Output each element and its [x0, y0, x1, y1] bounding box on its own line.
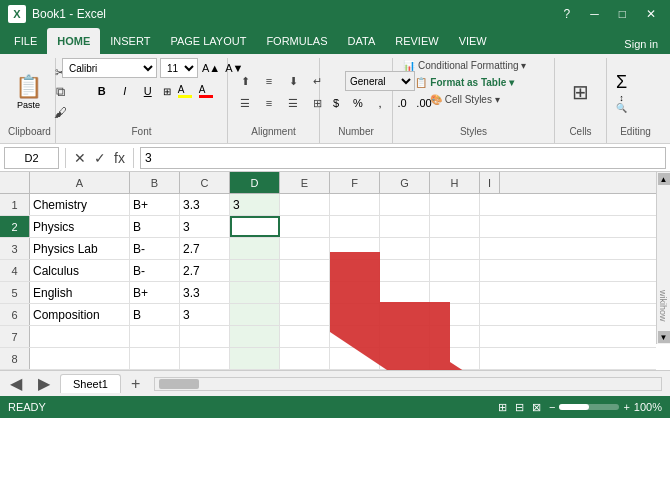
maximize-button[interactable]: □ [613, 5, 632, 23]
cell-b2[interactable]: B [130, 216, 180, 237]
cell-d8[interactable] [230, 348, 280, 369]
cell-g6[interactable] [380, 304, 430, 325]
horizontal-scrollbar[interactable] [154, 377, 662, 391]
cell-a2[interactable]: Physics [30, 216, 130, 237]
tab-view[interactable]: VIEW [449, 28, 497, 54]
scroll-sheets-right[interactable]: ▶ [32, 374, 56, 393]
editing-icon-area[interactable]: Σ ↕ 🔍 [613, 58, 630, 126]
cell-h2[interactable] [430, 216, 480, 237]
row-num-1[interactable]: 1 [0, 194, 30, 215]
col-header-b[interactable]: B [130, 172, 180, 193]
cell-d7[interactable] [230, 326, 280, 347]
cell-e8[interactable] [280, 348, 330, 369]
fill-color-button[interactable]: A [176, 84, 194, 98]
font-name-select[interactable]: Calibri [62, 58, 157, 78]
cell-c1[interactable]: 3.3 [180, 194, 230, 215]
cell-f8[interactable] [330, 348, 380, 369]
scroll-down-button[interactable]: ▼ [658, 331, 670, 343]
cell-f6[interactable] [330, 304, 380, 325]
col-header-g[interactable]: G [380, 172, 430, 193]
align-middle-button[interactable]: ≡ [258, 71, 280, 91]
paste-button[interactable]: 📋 Paste [10, 71, 47, 113]
cell-a5[interactable]: English [30, 282, 130, 303]
cell-b1[interactable]: B+ [130, 194, 180, 215]
bold-button[interactable]: B [92, 81, 112, 101]
cell-g8[interactable] [380, 348, 430, 369]
row-num-8[interactable]: 8 [0, 348, 30, 369]
cell-c7[interactable] [180, 326, 230, 347]
cell-a1[interactable]: Chemistry [30, 194, 130, 215]
cell-a4[interactable]: Calculus [30, 260, 130, 281]
cell-f7[interactable] [330, 326, 380, 347]
tab-home[interactable]: HOME [47, 28, 100, 54]
increase-font-button[interactable]: A▲ [201, 58, 221, 78]
cell-e2[interactable] [280, 216, 330, 237]
cell-h8[interactable] [430, 348, 480, 369]
align-center-button[interactable]: ≡ [258, 93, 280, 113]
col-header-i[interactable]: I [480, 172, 500, 193]
confirm-formula-icon[interactable]: ✓ [92, 148, 108, 168]
cell-e6[interactable] [280, 304, 330, 325]
view-page-break-icon[interactable]: ⊠ [532, 401, 541, 414]
zoom-slider[interactable] [559, 404, 619, 410]
cell-d2[interactable] [230, 216, 280, 237]
row-num-6[interactable]: 6 [0, 304, 30, 325]
col-header-a[interactable]: A [30, 172, 130, 193]
cell-h1[interactable] [430, 194, 480, 215]
help-button[interactable]: ? [558, 5, 577, 23]
percent-button[interactable]: % [348, 93, 368, 113]
cell-h4[interactable] [430, 260, 480, 281]
italic-button[interactable]: I [115, 81, 135, 101]
align-right-button[interactable]: ☰ [282, 93, 304, 113]
cell-c4[interactable]: 2.7 [180, 260, 230, 281]
cell-b7[interactable] [130, 326, 180, 347]
cell-g5[interactable] [380, 282, 430, 303]
scroll-thumb[interactable] [159, 379, 199, 389]
cell-e3[interactable] [280, 238, 330, 259]
tab-formulas[interactable]: FORMULAS [256, 28, 337, 54]
cell-a6[interactable]: Composition [30, 304, 130, 325]
cell-b4[interactable]: B- [130, 260, 180, 281]
cell-e4[interactable] [280, 260, 330, 281]
scroll-up-button[interactable]: ▲ [658, 173, 670, 185]
cell-f4[interactable] [330, 260, 380, 281]
border-button[interactable]: ⊞ [161, 86, 173, 97]
align-top-button[interactable]: ⬆ [234, 71, 256, 91]
tab-insert[interactable]: INSERT [100, 28, 160, 54]
cell-c6[interactable]: 3 [180, 304, 230, 325]
cell-reference-input[interactable] [4, 147, 59, 169]
col-header-h[interactable]: H [430, 172, 480, 193]
cell-a7[interactable] [30, 326, 130, 347]
cell-c2[interactable]: 3 [180, 216, 230, 237]
sign-in-link[interactable]: Sign in [616, 34, 666, 54]
cell-h7[interactable] [430, 326, 480, 347]
close-button[interactable]: ✕ [640, 5, 662, 23]
row-num-3[interactable]: 3 [0, 238, 30, 259]
cell-b3[interactable]: B- [130, 238, 180, 259]
tab-data[interactable]: DATA [338, 28, 386, 54]
scroll-sheets-left[interactable]: ◀ [4, 374, 28, 393]
format-as-table-button[interactable]: 📋 Format as Table ▾ [411, 75, 518, 90]
cell-c5[interactable]: 3.3 [180, 282, 230, 303]
cell-g4[interactable] [380, 260, 430, 281]
cell-g3[interactable] [380, 238, 430, 259]
cell-styles-button[interactable]: 🎨 Cell Styles ▾ [426, 92, 504, 107]
cancel-formula-icon[interactable]: ✕ [72, 148, 88, 168]
cell-e5[interactable] [280, 282, 330, 303]
tab-page-layout[interactable]: PAGE LAYOUT [160, 28, 256, 54]
cell-h5[interactable] [430, 282, 480, 303]
cell-g7[interactable] [380, 326, 430, 347]
align-bottom-button[interactable]: ⬇ [282, 71, 304, 91]
cell-f1[interactable] [330, 194, 380, 215]
row-num-7[interactable]: 7 [0, 326, 30, 347]
cell-h3[interactable] [430, 238, 480, 259]
cell-d5[interactable] [230, 282, 280, 303]
cell-g1[interactable] [380, 194, 430, 215]
cell-e7[interactable] [280, 326, 330, 347]
minimize-button[interactable]: ─ [584, 5, 605, 23]
cell-f3[interactable] [330, 238, 380, 259]
comma-button[interactable]: , [370, 93, 390, 113]
underline-button[interactable]: U [138, 81, 158, 101]
formula-input[interactable] [140, 147, 666, 169]
cell-d4[interactable] [230, 260, 280, 281]
